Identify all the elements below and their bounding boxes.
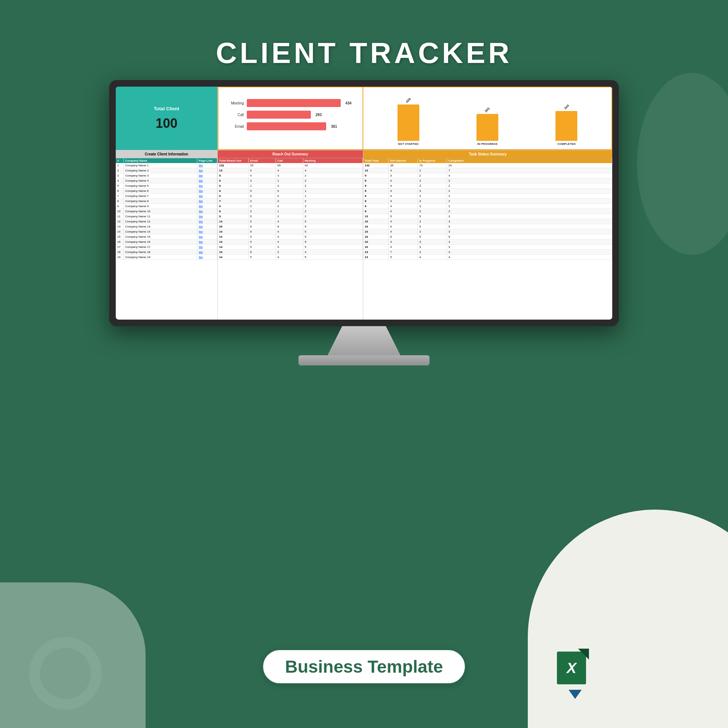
cell-total-task: 9 — [363, 209, 389, 214]
cell-completed: 3 — [447, 219, 612, 224]
cell-total-reach: 14 — [218, 234, 249, 239]
cell-in-progress: 2 — [418, 168, 447, 173]
cell-completed: 3 — [447, 214, 612, 219]
cell-not-started: 4 — [389, 199, 418, 203]
cell-meeting: 1 — [303, 188, 363, 193]
table-row: 13 4 2 7 — [363, 168, 612, 173]
table-row: 19 Company Name 19 Go — [116, 255, 217, 260]
cell-in-progress: 3 — [418, 219, 447, 224]
chart-bar-call: Call 293 — [224, 111, 357, 119]
cell-name: Company Name 7 — [124, 194, 197, 198]
cell-not-started: 7 — [389, 250, 418, 254]
table-row: 13 7 3 3 — [363, 250, 612, 255]
cell-link[interactable]: Go — [197, 163, 217, 168]
table-section: Create Client Information # Company Name… — [116, 150, 612, 320]
cell-link[interactable]: Go — [197, 209, 217, 214]
middle-col-header: Total Reach Out Email Call Meeting — [218, 158, 363, 163]
table-row: 13 5 5 3 — [363, 214, 612, 219]
cell-total-reach: 25 — [218, 224, 249, 229]
cell-link[interactable]: Go — [197, 188, 217, 193]
table-row: 10 Company Name 10 Go — [116, 209, 217, 214]
cell-total-reach: 13 — [218, 168, 249, 173]
table-row: 9 Company Name 9 Go — [116, 204, 217, 209]
cell-num: 12 — [116, 219, 124, 224]
monitor-base — [298, 355, 430, 366]
cell-link[interactable]: Go — [197, 204, 217, 209]
table-row: 6 Company Name 6 Go — [116, 188, 217, 194]
cell-total-task: 10 — [363, 240, 389, 244]
bar-not-started-value: 439 — [405, 97, 412, 104]
cell-email: 25 — [249, 163, 276, 168]
cell-total-reach: 14 — [218, 240, 249, 244]
cell-completed: 2 — [447, 199, 612, 203]
cell-not-started: 4 — [389, 240, 418, 244]
cell-link[interactable]: Go — [197, 194, 217, 198]
table-row: 15 Company Name 15 Go — [116, 234, 217, 240]
cell-num: 3 — [116, 173, 124, 178]
cell-link[interactable]: Go — [197, 178, 217, 183]
cell-completed: 4 — [447, 173, 612, 178]
cell-link[interactable]: Go — [197, 240, 217, 244]
cell-completed: 2 — [447, 209, 612, 214]
cell-email: 5 — [249, 188, 276, 193]
cell-meeting: 5 — [303, 245, 363, 249]
cell-link[interactable]: Go — [197, 245, 217, 249]
bar-in-progress: 305 — [476, 114, 498, 141]
table-row: 10 4 3 3 — [363, 240, 612, 245]
cell-total-task: 13 — [363, 250, 389, 254]
cell-total-reach: 9 — [218, 214, 249, 219]
cell-name: Company Name 8 — [124, 199, 197, 203]
cell-call: 1 — [276, 209, 303, 214]
cell-total-task: 10 — [363, 219, 389, 224]
excel-download-arrow — [569, 690, 582, 699]
chart-bar-meeting: Meeting 434 — [224, 99, 357, 107]
cell-not-started: 35 — [389, 163, 418, 168]
table-row: 25 8 8 9 — [218, 224, 363, 229]
cell-link[interactable]: Go — [197, 168, 217, 173]
cell-link[interactable]: Go — [197, 219, 217, 224]
excel-icon: X — [557, 652, 593, 691]
left-section-header: Create Client Information — [116, 150, 217, 158]
cell-in-progress: 5 — [418, 224, 447, 229]
cell-completed: 24 — [447, 163, 612, 168]
bar-col-not-started: 439 NOT STARTED — [398, 95, 419, 145]
table-row: 9 3 2 4 — [363, 173, 612, 178]
cell-link[interactable]: Go — [197, 250, 217, 254]
reach-out-chart: Meeting 434 Call — [218, 87, 363, 150]
total-client-number: 100 — [155, 116, 177, 131]
table-row: 14 8 2 4 — [218, 250, 363, 255]
cell-link[interactable]: Go — [197, 224, 217, 229]
cell-num: 10 — [116, 209, 124, 214]
monitor-screen-inner: Total Client 100 Meeting 434 — [116, 87, 612, 320]
cell-call: 3 — [276, 184, 303, 188]
table-row: 4 Company Name 4 Go — [116, 178, 217, 184]
table-row: 14 5 4 5 — [218, 229, 363, 234]
cell-name: Company Name 3 — [124, 173, 197, 178]
cell-call: 4 — [276, 168, 303, 173]
cell-email: 5 — [249, 194, 276, 198]
cell-not-started: 5 — [389, 214, 418, 219]
cell-total-reach: 6 — [218, 209, 249, 214]
cell-link[interactable]: Go — [197, 199, 217, 203]
cell-email: 5 — [249, 245, 276, 249]
cell-email: 5 — [249, 255, 276, 260]
col-completed-header: Completed — [447, 158, 612, 163]
bar-in-progress-value: 305 — [484, 107, 491, 113]
cell-meeting: 5 — [303, 240, 363, 244]
cell-link[interactable]: Go — [197, 255, 217, 260]
cell-total-task: 13 — [363, 255, 389, 260]
cell-in-progress: 3 — [418, 245, 447, 249]
cell-name: Company Name 4 — [124, 178, 197, 183]
bar-label-completed: COMPLETED — [557, 142, 575, 145]
chart-label-email: Email — [224, 124, 244, 128]
cell-num: 11 — [116, 214, 124, 219]
cell-link[interactable]: Go — [197, 173, 217, 178]
cell-link[interactable]: Go — [197, 184, 217, 188]
bar-label-not-started: NOT STARTED — [398, 142, 419, 145]
cell-total-task: 10 — [363, 245, 389, 249]
table-row: 5 Company Name 5 Go — [116, 184, 217, 188]
cell-link[interactable]: Go — [197, 229, 217, 234]
cell-link[interactable]: Go — [197, 214, 217, 219]
cell-in-progress: 3 — [418, 194, 447, 198]
cell-link[interactable]: Go — [197, 234, 217, 239]
